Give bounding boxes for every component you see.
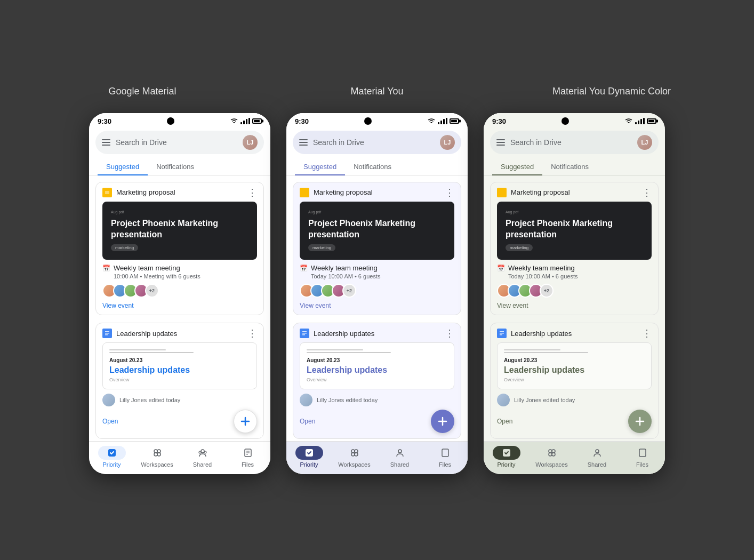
- user-avatar-my[interactable]: LJ: [440, 135, 455, 150]
- hamburger-icon-gm[interactable]: [102, 139, 110, 146]
- status-time-my: 9:30: [295, 117, 309, 125]
- nav-shared-mydc[interactable]: Shared: [574, 446, 620, 468]
- tabs-my: Suggested Notifications: [286, 158, 468, 175]
- pres-title-my: Project Phoenix Marketing presentation: [308, 218, 446, 241]
- card-title-marketing-mydc: Marketing proposal: [511, 188, 642, 196]
- tab-notifications-gm[interactable]: Notifications: [148, 158, 203, 175]
- status-bar-gm: 9:30: [89, 113, 270, 127]
- tabs-gm: Suggested Notifications: [89, 158, 270, 175]
- view-event-my[interactable]: View event: [300, 302, 454, 309]
- card-menu-mydc[interactable]: ⋮: [642, 188, 652, 197]
- tab-suggested-gm[interactable]: Suggested: [98, 158, 148, 175]
- nav-files-gm[interactable]: Files: [225, 446, 270, 468]
- svg-rect-38: [500, 334, 502, 335]
- tab-suggested-my[interactable]: Suggested: [295, 158, 345, 175]
- calendar-icon-mydc: 📅: [497, 265, 505, 272]
- avatars-row-my: +2: [300, 284, 454, 298]
- fab-plus-icon-mydc: [635, 416, 645, 427]
- user-avatar-mydc[interactable]: LJ: [637, 135, 652, 150]
- nav-workspaces-my[interactable]: Workspaces: [332, 446, 377, 468]
- card-menu-my[interactable]: ⋮: [445, 188, 454, 197]
- open-link-gm[interactable]: Open: [102, 418, 118, 425]
- presentation-preview-mydc: Aug pdf Project Phoenix Marketing presen…: [497, 202, 652, 260]
- search-bar-mydc[interactable]: Search in Drive LJ: [490, 131, 659, 154]
- status-bar-mydc: 9:30: [484, 113, 665, 127]
- calendar-icon-my: 📅: [300, 265, 308, 272]
- battery-icon-gm: [252, 118, 262, 124]
- fab-plus-icon-gm: [240, 416, 251, 427]
- hamburger-icon-my[interactable]: [299, 139, 308, 146]
- nav-shared-gm[interactable]: Shared: [180, 446, 225, 468]
- wifi-icon-mydc: [624, 118, 633, 124]
- card-menu-gm[interactable]: ⋮: [247, 188, 257, 197]
- files-icon-mydc: [637, 447, 648, 458]
- hamburger-icon-mydc[interactable]: [496, 139, 505, 146]
- doc-leadership-title-gm: Leadership updates: [109, 365, 250, 375]
- pres-title-gm: Project Phoenix Marketing presentation: [111, 218, 248, 241]
- fab-mydc[interactable]: [628, 410, 652, 433]
- svg-rect-2: [105, 191, 109, 194]
- bottom-nav-mydc: Priority Workspaces: [484, 441, 665, 474]
- slides-icon-mydc: [497, 188, 507, 197]
- card-leadership-my: Leadership updates ⋮ August 20.23 Leader…: [293, 323, 461, 439]
- nav-workspaces-mydc[interactable]: Workspaces: [529, 446, 574, 468]
- editor-avatar-gm: [102, 394, 115, 406]
- shared-icon-mydc: [592, 447, 603, 458]
- svg-rect-6: [105, 334, 108, 335]
- status-icons-gm: [230, 118, 262, 124]
- card-menu2-my[interactable]: ⋮: [445, 329, 454, 338]
- slides-icon-gm: [102, 188, 112, 197]
- signal-icon-gm: [240, 118, 250, 124]
- files-icon-my: [440, 447, 451, 458]
- tab-notifications-my[interactable]: Notifications: [345, 158, 400, 175]
- doc-preview-mydc: August 20.23 Leadership updates Overview: [497, 342, 652, 389]
- nav-priority-mydc[interactable]: Priority: [484, 446, 529, 468]
- editor-text-gm: Lilly Jones edited today: [119, 397, 180, 403]
- svg-point-42: [549, 450, 552, 453]
- svg-point-31: [398, 450, 402, 453]
- wifi-icon-gm: [230, 118, 238, 124]
- status-time-mydc: 9:30: [492, 117, 506, 125]
- pres-small-mydc: Aug pdf: [506, 210, 643, 214]
- open-link-my[interactable]: Open: [300, 418, 315, 425]
- pres-small-my: Aug pdf: [308, 210, 446, 214]
- nav-shared-my[interactable]: Shared: [377, 446, 422, 468]
- nav-files-mydc[interactable]: Files: [620, 446, 665, 468]
- card-title-marketing-my: Marketing proposal: [314, 188, 445, 196]
- docs-icon-gm: [102, 329, 112, 338]
- nav-priority-gm[interactable]: Priority: [89, 446, 134, 468]
- doc-leadership-title-my: Leadership updates: [307, 365, 447, 375]
- view-event-gm[interactable]: View event: [102, 302, 257, 309]
- tab-suggested-mydc[interactable]: Suggested: [492, 158, 542, 175]
- meeting-time-my: Today 10:00 AM • 6 guests: [311, 273, 380, 279]
- fab-my[interactable]: [431, 410, 454, 433]
- user-avatar-gm[interactable]: LJ: [243, 135, 258, 150]
- nav-shared-label-my: Shared: [390, 461, 409, 468]
- nav-priority-label-mydc: Priority: [497, 461, 515, 468]
- meeting-time-mydc: Today 10:00 AM • 6 guests: [508, 273, 577, 279]
- tab-notifications-mydc[interactable]: Notifications: [542, 158, 597, 175]
- card-menu2-mydc[interactable]: ⋮: [642, 329, 652, 338]
- fab-gm[interactable]: [234, 410, 257, 433]
- open-link-mydc[interactable]: Open: [497, 418, 512, 425]
- slides-icon-my: [300, 188, 309, 197]
- nav-files-my[interactable]: Files: [422, 446, 468, 468]
- doc-overview-gm: Overview: [109, 377, 250, 382]
- nav-workspaces-gm[interactable]: Workspaces: [134, 446, 180, 468]
- editor-avatar-my: [300, 394, 312, 406]
- search-bar-my[interactable]: Search in Drive LJ: [293, 131, 461, 154]
- workspaces-icon-my: [349, 447, 360, 458]
- view-event-mydc[interactable]: View event: [497, 302, 652, 309]
- svg-marker-33: [628, 122, 630, 123]
- card-leadership-gm: Leadership updates ⋮ August 20.23 Leader…: [95, 323, 264, 439]
- card-title-marketing-gm: Marketing proposal: [116, 188, 247, 196]
- search-bar-gm[interactable]: Search in Drive LJ: [95, 131, 264, 154]
- nav-priority-my[interactable]: Priority: [286, 446, 332, 468]
- docs-icon-my: [300, 329, 309, 338]
- nav-files-label-my: Files: [439, 461, 451, 468]
- svg-point-11: [157, 450, 161, 453]
- card-menu2-gm[interactable]: ⋮: [247, 329, 257, 338]
- nav-workspaces-label-my: Workspaces: [338, 461, 370, 468]
- battery-icon-mydc: [647, 118, 656, 124]
- card-marketing-gm: Marketing proposal ⋮ Aug pdf Project Pho…: [95, 182, 264, 316]
